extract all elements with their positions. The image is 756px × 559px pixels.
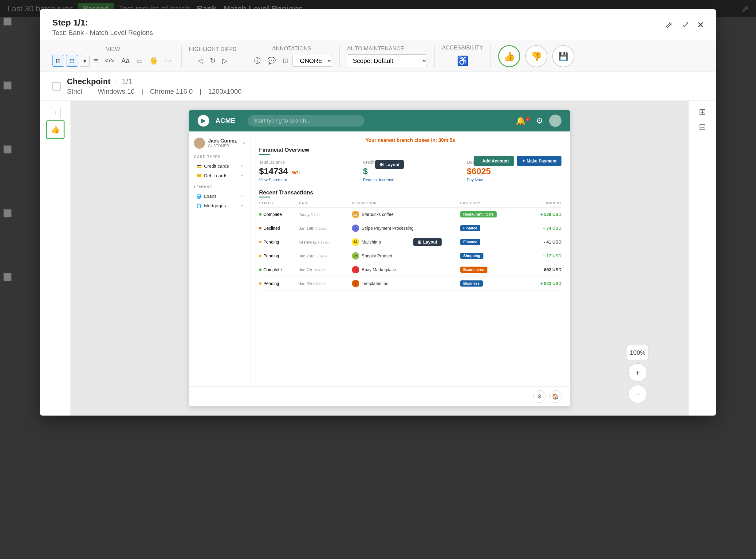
bank-overview-title: Financial Overview [259,147,561,153]
view-sticker-btn[interactable]: 🖐 [147,55,160,67]
accessibility-label: ACCESSIBILITY [442,45,483,51]
zoom-controls: 100% + − [627,345,648,403]
checkpoint-os: Windows 10 [98,88,135,95]
pay-now-link[interactable]: Pay Now [467,178,561,182]
tx-desc-text: Ebay Marketplace [362,267,396,272]
diff-prev-btn[interactable]: ◁ [195,55,206,67]
add-account-button[interactable]: + Add Account [474,156,514,166]
bank-home-footer-btn[interactable]: 🏠 [549,390,561,403]
bank-body: Jack Gomez CUSTOMER ▾ CARD TYPES 💳 Credi… [189,131,570,386]
bank-footer: ⚙ 🏠 [189,386,570,406]
table-sidebar-icon[interactable]: ⊟ [699,122,706,132]
col-date: DATE [299,201,352,208]
bank-notification-icon[interactable]: 🔔7 [516,116,530,126]
tx-desc-icon: 🛍 [352,252,359,260]
tx-date: Jan 9th [299,281,312,286]
close-button[interactable]: × [697,19,704,30]
bank-user-avatar-nav[interactable] [549,115,561,127]
sidebar-item-mortgages[interactable]: 🌐 Mortgages ▾ [194,201,245,210]
view-statement-link[interactable]: View Statement [259,178,354,182]
bank-alert-bar: Your nearest branch closes in: 30m 5s [259,138,561,143]
view-layers-btn[interactable]: ≡ [92,55,101,67]
tx-category-cell: Shopping [460,249,524,263]
tx-desc-text: Mailchimp [362,240,381,245]
tx-desc: M Mailchimp [352,238,460,246]
col-description: DESCRIPTION [352,201,460,208]
tx-amount: + 923 USD [524,281,561,286]
transactions-line [259,197,270,198]
ignore-select[interactable]: IGNORE [292,55,332,67]
status-text: Complete [263,212,282,217]
tx-status: Pending [259,240,299,245]
view-grid-btn[interactable]: ⊡ [66,55,78,67]
bank-settings-icon[interactable]: ⚙ [536,116,543,126]
diff-refresh-btn[interactable]: ↻ [208,55,218,67]
view-text-btn[interactable]: Aa [119,55,132,67]
view-label: VIEW [106,46,120,52]
diff-next-btn[interactable]: ▷ [220,55,230,67]
view-code-btn[interactable]: </> [102,55,117,67]
request-increase-link[interactable]: Request Increase [363,178,458,182]
debit-card-icon: 💳 [196,173,201,178]
mortgages-label: Mortgages [204,203,226,208]
screenshot-area: ▶ ACME 🔔7 ⚙ [71,101,688,416]
status-dot [259,213,261,216]
zoom-100-button[interactable]: 100% [627,345,648,360]
annotation-region-btn[interactable]: ⊡ [280,55,290,67]
sidebar-item-credit-cards[interactable]: 💳 Credit cards ▾ [194,161,245,171]
tx-desc: S Stripe Payment Processing [352,225,460,232]
view-section: VIEW ⊞ ⊡ ▾ ≡ </> Aa ▭ 🖐 ⋯ [52,46,181,67]
bank-user-avatar [194,138,205,149]
tx-time: 5:547:46 [313,282,326,286]
bank-nav-icons: 🔔7 ⚙ [516,115,561,127]
bank-search-input[interactable] [248,115,365,127]
table-row: Pending Yesterday 9:12am M Mailchimp ⊞ L… [259,235,561,249]
make-payment-button[interactable]: ✦ Make Payment [517,156,561,166]
checkpoint-info: Checkpoint | 1/1 Strict | Windows 10 | C… [67,77,246,95]
checkpoint-checkbox[interactable] [52,82,61,91]
view-more-btn[interactable]: ⋯ [162,55,174,67]
view-crop-btn[interactable]: ▭ [134,55,145,67]
annotations-section: ANNOTATIONS ⓘ 💬 ⊡ IGNORE [244,45,340,67]
checkpoint-resolution: 1200x1000 [208,88,241,95]
tx-desc-cell: S Stripe Payment Processing [352,221,460,235]
view-dropdown-btn[interactable]: ▾ [80,55,90,67]
sidebar-item-debit-cards[interactable]: 💳 Debit cards ▾ [194,171,245,180]
zoom-in-button[interactable]: + [628,363,647,382]
reject-button[interactable]: 👎 [525,45,547,67]
modal-header-left: Step 1/1: Test: Bank - Match Level Regio… [52,18,153,37]
tx-time: 10:47am [313,268,326,272]
scope-select[interactable]: Scope: Default [347,54,427,67]
credit-available-value: $ ⊞ Layout [363,166,458,176]
credit-available-card: Credit Available $ ⊞ Layout [363,160,458,182]
tx-desc-text: Starbucks coffee [362,212,394,217]
accessibility-btn[interactable]: ♿ [455,53,471,68]
save-button[interactable]: 💾 [552,45,575,67]
annotation-comment-btn[interactable]: 💬 [265,55,278,67]
tx-status-cell: Pending [259,249,299,263]
grid-sidebar-icon[interactable]: ⊞ [699,107,706,117]
tx-date-cell: Yesterday 9:12am [299,235,352,249]
table-row: Pending Jan 23rd 3:04pm 🛍 Shopify Produc… [259,249,561,263]
tx-date: Jan 19th [299,226,315,231]
expand-button[interactable]: ⤢ [681,18,691,31]
zoom-out-button[interactable]: − [628,385,647,403]
checkpoint-count: 1/1 [122,77,133,86]
share-button[interactable]: ⇗ [664,18,674,31]
step-add-button[interactable]: + [50,107,61,119]
annotation-info-btn[interactable]: ⓘ [252,54,263,67]
checkpoint-bar: Checkpoint | 1/1 Strict | Windows 10 | C… [40,72,716,101]
approve-button[interactable]: 👍 [498,45,520,67]
highlight-diffs-label: HIGHLIGHT DIFFS [189,46,237,52]
auto-maintenance-label: AUTO MAINTENANCE [347,45,404,52]
view-screenshot-btn[interactable]: ⊞ [52,55,64,67]
status-text: Complete [263,267,282,272]
modal-step-label: Step 1/1: [52,18,153,28]
credit-card-icon: 💳 [196,164,201,169]
status-dot [259,268,261,271]
tx-status-cell: Declined [259,221,299,235]
sidebar-item-loans[interactable]: 🌐 Loans ▾ [194,192,245,201]
bank-settings-footer-btn[interactable]: ⚙ [533,390,545,403]
user-dropdown-icon[interactable]: ▾ [243,141,245,146]
step-thumbnail[interactable]: 👍 [46,120,65,139]
